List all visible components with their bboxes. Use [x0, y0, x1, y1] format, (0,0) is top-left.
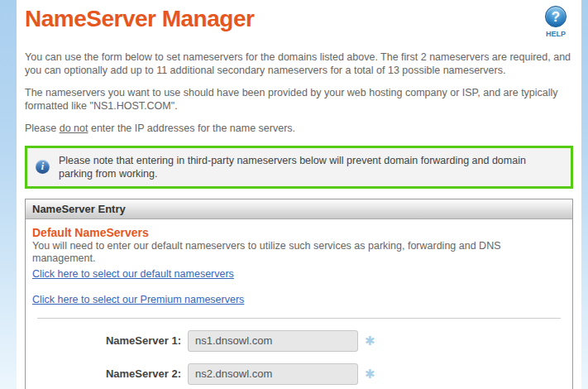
intro-paragraph-2: The nameservers you want to use should h… — [25, 87, 573, 113]
entry-section-header: NameServer Entry — [26, 199, 572, 219]
default-nameservers-description: You will need to enter our default names… — [32, 240, 566, 265]
default-nameservers-heading: Default NameServers — [32, 226, 566, 239]
ip-warning-suffix: enter the IP addresses for the name serv… — [88, 122, 295, 134]
premium-nameservers-link[interactable]: Click here to select our Premium nameser… — [32, 294, 244, 305]
entry-section-body: Default NameServers You will need to ent… — [26, 219, 572, 389]
ip-warning-text: Please do not enter the IP addresses for… — [25, 122, 573, 136]
help-icon[interactable]: ? — [545, 6, 566, 27]
nameserver-1-label: NameServer 1: — [32, 334, 181, 347]
help-block: ? HELP — [538, 5, 573, 38]
intro-paragraph-1: You can use the form below to set namese… — [25, 51, 573, 77]
page-header: NameServer Manager ? HELP — [25, 5, 573, 38]
help-label: HELP — [538, 30, 573, 38]
nameserver-entry-section: NameServer Entry Default NameServers You… — [25, 199, 573, 389]
nameserver-manager-page: NameServer Manager ? HELP You can use th… — [0, 0, 588, 389]
nameserver-2-input[interactable] — [188, 363, 358, 385]
nameserver-row-2: NameServer 2: ✱ — [32, 363, 566, 385]
nameserver-1-input[interactable] — [188, 330, 358, 352]
required-asterisk-1: ✱ — [365, 334, 375, 348]
nameserver-row-1: NameServer 1: ✱ — [32, 330, 566, 352]
right-background-strip — [581, 0, 588, 389]
page-title: NameServer Manager — [25, 5, 254, 33]
form-divider — [37, 318, 561, 319]
info-icon: i — [36, 160, 50, 174]
third-party-notice-box: i Please note that entering in third-par… — [25, 146, 573, 189]
nameserver-2-label: NameServer 2: — [32, 367, 181, 380]
main-content: NameServer Manager ? HELP You can use th… — [18, 0, 580, 389]
ip-warning-underlined: do not — [60, 122, 88, 134]
ip-warning-prefix: Please — [25, 122, 60, 134]
default-nameservers-link[interactable]: Click here to select our default nameser… — [32, 268, 234, 280]
left-background-strip — [0, 0, 17, 389]
notice-text: Please note that entering in third-party… — [59, 154, 562, 180]
required-asterisk-2: ✱ — [365, 367, 375, 382]
